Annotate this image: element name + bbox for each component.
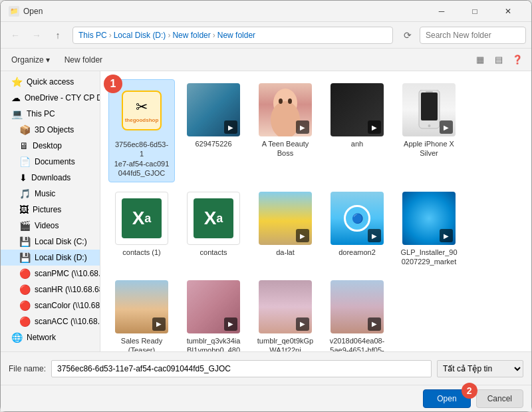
sidebar-item-network[interactable]: 🌐 Network xyxy=(1,329,100,345)
file-thumbnail: ▶ xyxy=(187,83,240,136)
sidebar-label-this-pc: This PC xyxy=(27,109,55,118)
file-name: A Teen Beauty Boss xyxy=(256,139,315,158)
list-item[interactable]: ▶ Sales Ready (Teaser) xyxy=(108,276,175,351)
filetype-select[interactable]: Tất cả Tệp tin xyxy=(437,360,523,377)
cancel-button[interactable]: Cancel xyxy=(476,389,523,408)
file-thumbnail: ▶ xyxy=(115,280,168,333)
file-thumbnail: 🔵 ▶ xyxy=(331,192,384,245)
action-buttons: 2 Open Cancel xyxy=(1,385,531,411)
sidebar-item-scanacc[interactable]: 🔴 scanACC (\\10.68.6... xyxy=(1,313,100,329)
sidebar-item-desktop[interactable]: 🖥 Desktop xyxy=(1,138,100,154)
sidebar-item-this-pc[interactable]: 💻 This PC xyxy=(1,106,100,122)
excel-icon: Xa xyxy=(122,198,162,238)
play-icon: ▶ xyxy=(152,317,166,331)
refresh-button[interactable]: ⟳ xyxy=(398,26,417,45)
up-button[interactable]: ↑ xyxy=(49,26,67,45)
list-item[interactable]: ▶ 629475226 xyxy=(180,79,247,182)
list-item[interactable]: ▶ v2018d064ea08-5ae9-4651-bf05-216dfb9b3… xyxy=(324,276,390,351)
sidebar-item-3d-objects[interactable]: 📦 3D Objects xyxy=(1,122,100,138)
sidebar-item-scanhr[interactable]: 🔴 scanHR (\\10.68.68... xyxy=(1,282,100,298)
list-item[interactable]: ▶ anh xyxy=(324,79,390,182)
excel-icon-2: Xa xyxy=(194,198,233,238)
drive-c-icon: 💾 xyxy=(19,236,31,247)
forward-button[interactable]: → xyxy=(27,26,46,45)
list-item[interactable]: ▶ A Teen Beauty Boss xyxy=(252,79,319,182)
navigation-toolbar: ← → ↑ This PC › Local Disk (D:) › New fo… xyxy=(1,22,531,49)
svg-rect-6 xyxy=(426,91,433,93)
window-controls: ─ □ ✕ xyxy=(426,4,523,19)
list-item[interactable]: ▶ Apple iPhone X Silver xyxy=(396,79,462,182)
sidebar-label-3d-objects: 3D Objects xyxy=(35,125,74,134)
sidebar-item-downloads[interactable]: ⬇ Downloads xyxy=(1,170,100,186)
file-name: v2018d064ea08-5ae9-4651-bf05-216dfb9b34c… xyxy=(328,336,386,351)
sidebar-label-downloads: Downloads xyxy=(31,173,70,182)
list-item[interactable]: 🔵 ▶ doreamon2 xyxy=(324,188,390,271)
list-item[interactable]: ▶ tumblr_qe0t9kGpWA1t22nj xyxy=(252,276,319,351)
list-item[interactable]: ▶ GLP_Installer_900207229_market xyxy=(396,188,462,271)
file-name: Sales Ready (Teaser) xyxy=(112,336,171,351)
organize-button[interactable]: Organize ▾ xyxy=(6,51,55,69)
star-icon: ⭐ xyxy=(11,77,23,87)
sidebar-item-quick-access[interactable]: ⭐ Quick access xyxy=(1,74,100,90)
sidebar-label-onedrive: OneDrive - CTY CP Di xyxy=(25,93,100,103)
file-thumbnail: ▶ xyxy=(402,83,456,136)
window-title: Open xyxy=(23,7,426,16)
list-item[interactable]: ▶ da-lat xyxy=(252,188,319,271)
list-item[interactable]: 1 ✂ thegoodshop 3756ec86-6d53-11e7-af54-… xyxy=(108,79,175,182)
file-name: 3756ec86-6d53-11e7-af54-cac091044fd5_GJO… xyxy=(113,140,170,178)
network-scanhr-icon: 🔴 xyxy=(19,284,31,295)
view-icons-button[interactable]: ▦ xyxy=(471,51,489,69)
list-item[interactable]: Xa contacts (1) xyxy=(108,188,175,271)
view-list-button[interactable]: ▤ xyxy=(490,51,507,69)
sidebar-item-onedrive[interactable]: ☁ OneDrive - CTY CP Di xyxy=(1,90,100,106)
sidebar-label-local-c: Local Disk (C:) xyxy=(35,237,87,246)
file-name: anh xyxy=(351,139,363,148)
search-input[interactable] xyxy=(420,27,526,44)
sidebar-item-documents[interactable]: 📄 Documents xyxy=(1,154,100,170)
file-name: tumblr_q3vk34iaBI1vmobp0_480 xyxy=(184,336,243,351)
filename-bar: File name: Tất cả Tệp tin xyxy=(1,351,531,385)
secondary-toolbar: Organize ▾ New folder ▦ ▤ ❓ xyxy=(1,49,531,71)
files-grid: 1 ✂ thegoodshop 3756ec86-6d53-11e7-af54-… xyxy=(108,79,523,351)
open-dialog: 📁 Open ─ □ ✕ ← → ↑ This PC › Local Disk … xyxy=(0,0,532,412)
view-controls: ▦ ▤ ❓ xyxy=(471,51,526,69)
breadcrumb[interactable]: This PC › Local Disk (D:) › New folder ›… xyxy=(72,27,393,44)
svg-point-3 xyxy=(288,99,292,104)
cloud-icon: ☁ xyxy=(11,93,21,103)
new-folder-button[interactable]: New folder xyxy=(59,51,108,69)
sidebar-item-scancolor[interactable]: 🔴 scanColor (\\10.68.6... xyxy=(1,298,100,313)
breadcrumb-localdisk[interactable]: Local Disk (D:) xyxy=(114,31,166,40)
badge-1: 1 xyxy=(104,75,122,93)
file-name: doreamon2 xyxy=(338,248,376,257)
sidebar-item-videos[interactable]: 🎬 Videos xyxy=(1,218,100,234)
videos-icon: 🎬 xyxy=(19,220,31,231)
sidebar-label-quick-access: Quick access xyxy=(27,77,74,87)
breadcrumb-newfolder2[interactable]: New folder xyxy=(217,31,255,40)
filename-input[interactable] xyxy=(51,360,432,377)
maximize-button[interactable]: □ xyxy=(460,4,490,19)
list-item[interactable]: ▶ tumblr_q3vk34iaBI1vmobp0_480 xyxy=(180,276,247,351)
sidebar-label-local-d: Local Disk (D:) xyxy=(35,253,87,262)
view-help-button[interactable]: ❓ xyxy=(509,51,526,69)
sidebar-label-pictures: Pictures xyxy=(33,205,61,214)
close-button[interactable]: ✕ xyxy=(493,4,523,19)
desktop-icon: 🖥 xyxy=(19,140,29,151)
sidebar-item-local-d[interactable]: 💾 Local Disk (D:) xyxy=(1,250,100,266)
sidebar-item-scanpmc[interactable]: 🔴 scanPMC (\\10.68.6... xyxy=(1,266,100,282)
sidebar-item-pictures[interactable]: 🖼 Pictures xyxy=(1,202,100,218)
sidebar-item-local-c[interactable]: 💾 Local Disk (C:) xyxy=(1,234,100,250)
breadcrumb-newfolder1[interactable]: New folder xyxy=(172,31,210,40)
svg-point-2 xyxy=(279,99,283,104)
minimize-button[interactable]: ─ xyxy=(426,4,457,19)
organize-arrow: ▾ xyxy=(46,55,50,65)
file-name: da-lat xyxy=(276,248,295,257)
sidebar-item-music[interactable]: 🎵 Music xyxy=(1,186,100,202)
breadcrumb-thispc[interactable]: This PC xyxy=(78,31,107,40)
badge-2: 2 xyxy=(462,383,477,399)
list-item[interactable]: Xa contacts xyxy=(180,188,247,271)
sidebar-label-scanhr: scanHR (\\10.68.68... xyxy=(35,285,100,294)
back-button[interactable]: ← xyxy=(6,26,25,45)
sidebar-label-documents: Documents xyxy=(35,157,75,166)
file-name: Apple iPhone X Silver xyxy=(400,139,458,158)
sidebar-label-videos: Videos xyxy=(35,221,59,230)
